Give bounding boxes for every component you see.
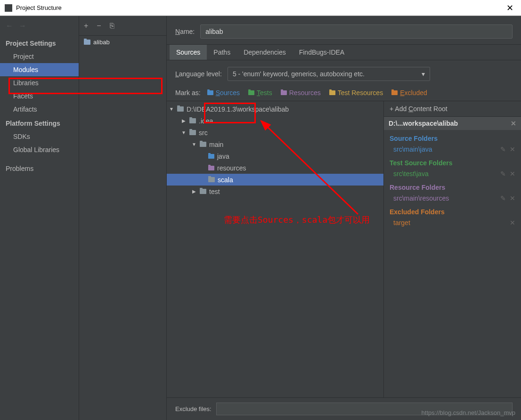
- folder-icon: [200, 142, 206, 147]
- folder-icon: [281, 90, 287, 95]
- sidebar-item-sdks[interactable]: SDKs: [0, 130, 79, 143]
- forward-icon[interactable]: →: [19, 22, 26, 30]
- sidebar-item-facets[interactable]: Facets: [0, 89, 79, 103]
- platform-settings-heading: Platform Settings: [0, 116, 79, 130]
- mark-test-resources-button[interactable]: Test Resources: [327, 88, 385, 98]
- back-icon[interactable]: ←: [6, 22, 13, 30]
- module-name: alibab: [93, 39, 110, 46]
- close-icon[interactable]: ✕: [510, 170, 515, 178]
- close-icon[interactable]: ✕: [510, 194, 515, 202]
- module-toolbar: + − ⎘: [79, 16, 166, 36]
- sidebar-nav: ← →: [0, 16, 79, 36]
- edit-icon[interactable]: ✎: [500, 194, 506, 202]
- language-level-select[interactable]: 5 - 'enum' keyword, generics, autoboxing…: [228, 67, 430, 81]
- folder-icon: [189, 130, 196, 135]
- tree-row-selected[interactable]: scala: [167, 174, 383, 186]
- folder-icon: [177, 106, 184, 112]
- mark-tests-button[interactable]: Tests: [246, 88, 274, 98]
- excluded-folders-heading: Excluded Folders: [384, 203, 521, 218]
- module-tabs: Sources Paths Dependencies FindBugs-IDEA: [167, 45, 521, 60]
- close-icon[interactable]: ✕: [510, 145, 515, 153]
- tree-row[interactable]: ▶.idea: [167, 115, 383, 127]
- titlebar: Project Structure ✕: [0, 0, 521, 16]
- main-container: ← → Project Settings Project Modules Lib…: [0, 16, 521, 420]
- edit-icon[interactable]: ✎: [500, 145, 506, 153]
- tree-row[interactable]: java: [167, 150, 383, 162]
- resource-folder-item[interactable]: src\main\resources✎✕: [384, 193, 521, 203]
- edit-icon[interactable]: ✎: [500, 170, 506, 178]
- copy-module-icon[interactable]: ⎘: [110, 22, 114, 30]
- content-root-path: D:\...workspace\alibab: [389, 120, 458, 127]
- sidebar-item-global-libs[interactable]: Global Libraries: [0, 143, 79, 156]
- folder-icon: [208, 154, 214, 159]
- add-content-root-button[interactable]: + Add Content Root: [384, 101, 521, 117]
- watermark: https://blog.csdn.net/Jackson_mvp: [422, 409, 515, 416]
- test-folders-heading: Test Source Folders: [384, 154, 521, 169]
- module-list-panel: + − ⎘ alibab: [79, 16, 167, 420]
- sidebar-item-libraries[interactable]: Libraries: [0, 76, 79, 89]
- mark-as-row: Mark as: Sources Tests Resources Test Re…: [167, 88, 521, 101]
- tree-row[interactable]: ▼main: [167, 138, 383, 150]
- folder-icon: [208, 166, 214, 170]
- app-icon: [5, 4, 12, 12]
- mark-excluded-button[interactable]: Excluded: [390, 88, 429, 98]
- remove-module-icon[interactable]: −: [97, 22, 101, 30]
- sidebar: ← → Project Settings Project Modules Lib…: [0, 16, 79, 420]
- content-root-panel: + Add Content Root D:\...workspace\aliba…: [383, 101, 521, 397]
- module-entry[interactable]: alibab: [79, 36, 166, 48]
- folder-icon: [329, 90, 335, 95]
- folder-icon: [208, 177, 215, 182]
- sidebar-item-artifacts[interactable]: Artifacts: [0, 103, 79, 116]
- test-folder-item[interactable]: src\test\java✎✕: [384, 169, 521, 179]
- content-panel: Name: Sources Paths Dependencies FindBug…: [167, 16, 521, 420]
- source-tree: ▼D:\IDEA2019.1.3\workspace\alibab ▶.idea…: [167, 101, 383, 199]
- mark-as-label: Mark as:: [175, 89, 201, 97]
- exclude-files-row: Exclude files:: [167, 397, 521, 420]
- folder-icon: [84, 40, 90, 45]
- tree-row[interactable]: resources: [167, 162, 383, 174]
- language-level-value: 5 - 'enum' keyword, generics, autoboxing…: [233, 70, 365, 78]
- exclude-files-label: Exclude files:: [175, 405, 212, 412]
- project-settings-heading: Project Settings: [0, 36, 79, 50]
- add-module-icon[interactable]: +: [84, 22, 88, 30]
- module-name-input[interactable]: [200, 24, 513, 39]
- tree-row[interactable]: ▶test: [167, 186, 383, 197]
- folder-icon: [189, 118, 196, 123]
- chevron-down-icon: ▾: [422, 70, 425, 78]
- folder-icon: [200, 189, 206, 194]
- name-row: Name:: [167, 16, 521, 45]
- mark-resources-button[interactable]: Resources: [279, 88, 323, 98]
- workspace: ▼D:\IDEA2019.1.3\workspace\alibab ▶.idea…: [167, 101, 521, 397]
- language-level-label: Language level:: [175, 70, 222, 78]
- source-tree-panel: ▼D:\IDEA2019.1.3\workspace\alibab ▶.idea…: [167, 101, 383, 397]
- tab-paths[interactable]: Paths: [207, 45, 237, 60]
- folder-icon: [391, 90, 398, 95]
- tab-findbugs[interactable]: FindBugs-IDEA: [293, 45, 351, 60]
- close-icon[interactable]: ✕: [504, 3, 516, 13]
- tree-row[interactable]: ▼src: [167, 127, 383, 138]
- name-label: Name:: [175, 28, 195, 35]
- tree-row[interactable]: ▼D:\IDEA2019.1.3\workspace\alibab: [167, 103, 383, 115]
- tab-sources[interactable]: Sources: [170, 45, 207, 60]
- close-icon[interactable]: ✕: [510, 219, 515, 226]
- source-folder-item[interactable]: src\main\java✎✕: [384, 144, 521, 154]
- sidebar-item-problems[interactable]: Problems: [0, 162, 79, 175]
- language-level-row: Language level: 5 - 'enum' keyword, gene…: [167, 60, 521, 88]
- folder-icon: [207, 90, 213, 95]
- window-title: Project Structure: [16, 4, 504, 11]
- sidebar-item-modules[interactable]: Modules: [0, 63, 79, 76]
- excluded-folder-item[interactable]: target✕: [384, 218, 521, 228]
- content-root-header[interactable]: D:\...workspace\alibab ✕: [384, 117, 521, 130]
- sidebar-item-project[interactable]: Project: [0, 50, 79, 63]
- close-icon[interactable]: ✕: [511, 120, 516, 127]
- mark-sources-button[interactable]: Sources: [205, 88, 242, 98]
- folder-icon: [248, 90, 254, 95]
- resource-folders-heading: Resource Folders: [384, 179, 521, 193]
- source-folders-heading: Source Folders: [384, 130, 521, 144]
- tab-dependencies[interactable]: Dependencies: [237, 45, 293, 60]
